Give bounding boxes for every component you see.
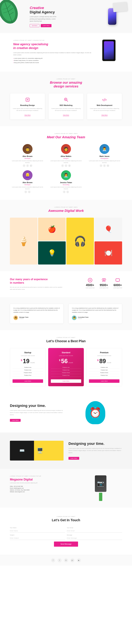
social-icon-facebook[interactable]: f: [51, 558, 55, 562]
contact-name-label: Your Name: [10, 527, 65, 528]
team-social-in-2[interactable]: in: [106, 164, 109, 167]
hero-laptop-decoration: [113, 2, 128, 12]
price-amount-premium: 89: [99, 358, 106, 364]
pricing-feature: Feature four: [51, 374, 81, 377]
footer-contact-2: Address: 123 Street, City, State 00000: [10, 490, 74, 490]
team-avatar-3: 👱‍♀️: [22, 170, 32, 180]
contact-subject-field: Subject: [10, 534, 65, 540]
author-name-0: Manager Team: [19, 316, 28, 318]
portfolio-item-headphones[interactable]: 🎧: [66, 218, 94, 264]
pricing-plan-startup: Startup: [12, 352, 43, 354]
social-icon-twitter[interactable]: t: [58, 558, 62, 562]
service-link-web[interactable]: View More: [101, 114, 108, 116]
cta1-button[interactable]: Learn More: [10, 419, 20, 422]
team-member-name-1: Alina Walkin: [48, 155, 84, 157]
team-card-alinawalkin: 👩 Alina Walkin Designer Lorem ipsum dolo…: [48, 144, 84, 167]
pricing-plan-premium: Premium: [89, 352, 120, 354]
team-member-name-4: Jessica Twian: [48, 182, 84, 184]
hero-learn-more-button[interactable]: Learn More: [41, 24, 52, 27]
contact-email-field: Your Email: [67, 527, 122, 532]
pricing-card-standard: Standard Lorem ipsum dolor sit amet $ 56…: [48, 348, 84, 386]
portfolio-item-apple[interactable]: 🍎: [38, 218, 66, 241]
portfolio-grid: 🍦 🍎 🎧 🎈 💡 🍽️: [10, 218, 122, 264]
pricing-price-startup: $ 19 /month: [12, 358, 43, 364]
pricing-button-startup[interactable]: Learn More: [12, 379, 43, 383]
price-period-startup: /month: [30, 362, 35, 364]
team-social-in-0[interactable]: in: [30, 164, 32, 167]
cta2-image: ⌨️ 🖥️: [10, 441, 64, 460]
team-avatar-0: 👨: [22, 144, 32, 154]
social-icon-googleplus[interactable]: g+: [70, 558, 74, 562]
footer-contact-0: Office: +65 123 456 7890: [10, 486, 74, 487]
portfolio-item-icecream[interactable]: 🍦: [10, 218, 38, 264]
portfolio-header: Lorem ipsum sit amet amis Awesome Digita…: [10, 206, 122, 213]
team-social-4: f t: [48, 190, 84, 193]
service-name-branding: Branding Design: [12, 104, 42, 106]
svg-point-10: [27, 99, 28, 100]
pricing-section: Lorem ipsum sit amet Let's Choose a Best…: [0, 330, 132, 393]
cta1-title: Designing your time.: [10, 404, 64, 408]
service-card-web: Web Development Lorem ipsum dolor sit am…: [87, 93, 122, 120]
testimonial-card-1: It is a long established text a post and…: [68, 304, 122, 324]
hero-get-more-button[interactable]: Get More: [30, 24, 40, 27]
contact-email-label: Your Email: [67, 527, 122, 528]
testimonials-section: It is a long established text a post and…: [0, 297, 132, 330]
hero-leaf-decoration: [0, 0, 18, 25]
service-card-seo: SEO Marketing Lorem ipsum dolor sit amet…: [48, 93, 84, 120]
service-name-web: Web Development: [90, 104, 120, 106]
social-icon-linkedin[interactable]: in: [64, 558, 68, 562]
agency-title: New agency specialising in creative desi…: [13, 42, 94, 50]
team-social-tw-0[interactable]: t: [26, 164, 29, 167]
team-social-fb-0[interactable]: f: [23, 164, 26, 167]
pricing-feature: Feature two: [51, 369, 81, 372]
team-social-fb-4[interactable]: f: [63, 190, 66, 193]
contact-name-field: Your Name: [10, 527, 65, 532]
service-desc-branding: Lorem ipsum dolor sit amet consectetur a…: [12, 108, 42, 112]
footer-device-image: 📷: [79, 475, 122, 501]
portfolio-item-lamp[interactable]: 💡: [38, 242, 66, 264]
team-social-fb-3[interactable]: f: [24, 190, 27, 193]
hero-creative: Creative: [30, 6, 60, 10]
team-social-3: f t: [10, 190, 45, 193]
footer-contact-1: Email: info@megaone.com: [10, 488, 74, 489]
author-role-0: Finance: [19, 318, 28, 319]
pricing-feature: Feature two: [12, 369, 43, 372]
contact-form-row-1: Your Name Your Email: [10, 527, 122, 532]
contact-subject-input[interactable]: [10, 536, 65, 540]
contact-message-input[interactable]: [67, 536, 122, 540]
agency-list: Lorem ipsum dolor sit, consectetur adipi…: [13, 57, 94, 64]
team-social-tw-1[interactable]: t: [65, 164, 67, 167]
team-social-fb-2[interactable]: f: [100, 164, 102, 167]
cta1-text: Designing your time. Lorem ipsum dolor s…: [10, 404, 64, 422]
team-social-fb-1[interactable]: f: [61, 164, 64, 167]
portfolio-item-balloons[interactable]: 🎈: [94, 218, 122, 241]
agency-description: Lorem ipsum dolor sit amet consectetur a…: [13, 52, 94, 56]
pricing-header: Lorem ipsum sit amet Let's Choose a Best…: [10, 337, 122, 343]
contact-name-input[interactable]: [10, 529, 65, 532]
pricing-features-startup: Feature one Feature two Feature three Fe…: [12, 366, 43, 377]
pricing-button-standard[interactable]: Learn More: [51, 379, 81, 383]
portfolio-title: Awesome Digital Work: [10, 209, 122, 213]
price-currency-startup: $: [21, 359, 22, 362]
cta2-text: Designing your time. Lorem ipsum dolor s…: [68, 442, 122, 460]
contact-form: Your Name Your Email Subject Message Sen…: [10, 527, 122, 547]
pricing-button-premium[interactable]: Learn More: [89, 379, 120, 383]
footer-contact-3: Website: www.megaone.com: [10, 491, 74, 492]
social-icon-youtube[interactable]: ▶: [77, 558, 81, 562]
team-member-role-4: Accounting: [48, 184, 84, 186]
contact-email-input[interactable]: [67, 529, 122, 532]
contact-label: Lorem ipsum sit amet: [10, 516, 122, 517]
contact-submit-button[interactable]: Send Message: [54, 542, 78, 547]
pricing-label: Lorem ipsum sit amet: [10, 337, 122, 338]
team-social-tw-4[interactable]: t: [66, 190, 69, 193]
stat-item-1: 9500+ Lorem ipsum text: [100, 278, 108, 288]
team-social-tw-2[interactable]: t: [103, 164, 106, 167]
team-social-tw-3[interactable]: t: [28, 190, 30, 193]
service-link-branding[interactable]: View More: [24, 114, 31, 116]
author-avatar-1: 👨: [72, 316, 76, 320]
service-link-seo[interactable]: View More: [63, 114, 69, 116]
portfolio-item-plate[interactable]: 🍽️: [94, 242, 122, 264]
pricing-feature: Feature two: [89, 369, 120, 372]
cta2-button[interactable]: Learn More: [68, 457, 79, 460]
team-social-in-1[interactable]: in: [68, 164, 71, 167]
